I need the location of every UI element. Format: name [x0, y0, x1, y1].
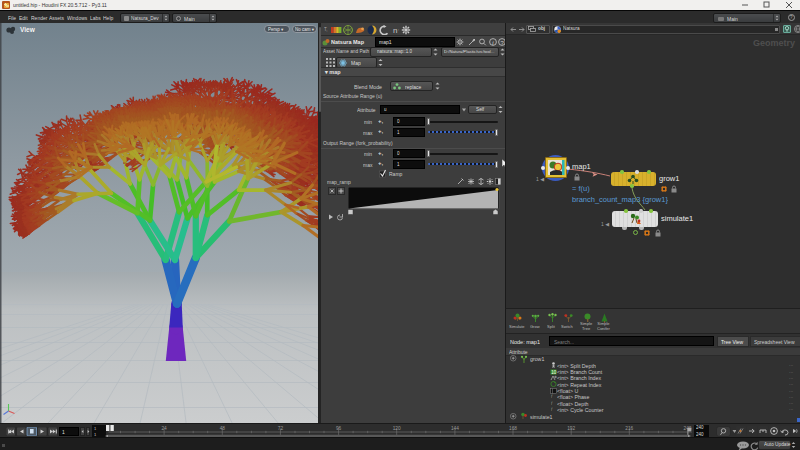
svg-text:48: 48: [220, 426, 226, 431]
svg-text:216: 216: [625, 426, 633, 431]
svg-text:168: 168: [509, 426, 517, 431]
svg-text:120: 120: [393, 426, 401, 431]
svg-text:96: 96: [336, 426, 342, 431]
svg-text:192: 192: [567, 426, 575, 431]
svg-text:10: 10: [551, 369, 557, 374]
svg-text:24: 24: [161, 426, 167, 431]
svg-text:i: i: [492, 39, 494, 46]
svg-text:,: ,: [398, 26, 399, 31]
svg-text:n: n: [393, 26, 397, 35]
svg-text:72: 72: [278, 426, 284, 431]
svg-text:144: 144: [451, 426, 459, 431]
